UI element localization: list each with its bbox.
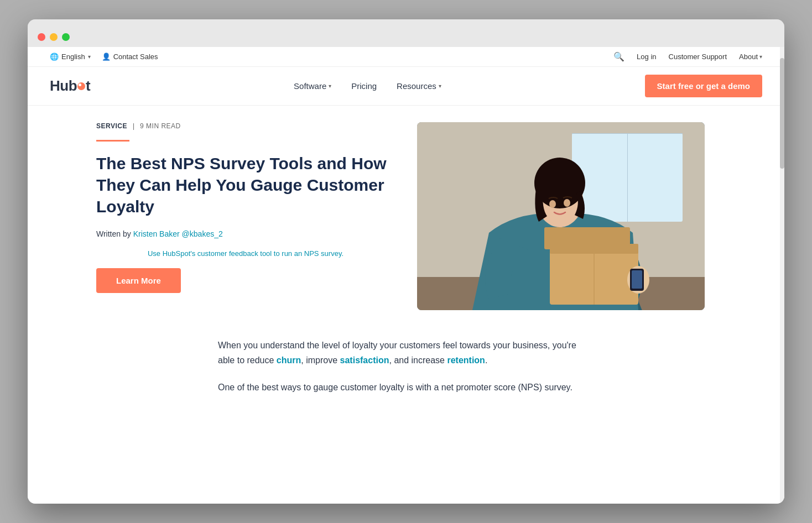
maximize-button[interactable] (62, 33, 70, 41)
page-content: SERVICE | 9 MIN READ The Best NPS Survey… (28, 106, 784, 499)
hero-svg (417, 122, 705, 310)
close-button[interactable] (38, 33, 45, 41)
scrollbar-thumb[interactable] (780, 58, 784, 169)
browser-chrome (28, 19, 784, 47)
login-link[interactable]: Log in (637, 53, 656, 61)
software-nav-item[interactable]: Software ▾ (286, 77, 339, 95)
author-name[interactable]: Kristen Baker (133, 229, 180, 238)
customer-support-link[interactable]: Customer Support (669, 53, 727, 61)
svg-point-19 (549, 200, 556, 208)
article-image (417, 122, 705, 310)
svg-rect-16 (632, 270, 642, 289)
pricing-nav-item[interactable]: Pricing (343, 77, 384, 95)
logo-hub-text: Hub (50, 77, 77, 95)
article-category: SERVICE (96, 122, 127, 130)
scrollbar[interactable] (780, 47, 784, 504)
search-icon[interactable]: 🔍 (613, 51, 624, 62)
svg-rect-8 (627, 133, 628, 222)
author-prefix: Written by (96, 229, 131, 238)
article-left: SERVICE | 9 MIN READ The Best NPS Survey… (96, 122, 395, 293)
logo-spot-text: t (86, 77, 90, 95)
minimize-button[interactable] (50, 33, 58, 41)
contact-sales-link[interactable]: 👤 Contact Sales (102, 53, 158, 61)
article-cta-text: Use HubSpot's customer feedback tool to … (96, 248, 395, 259)
article-hero-image (417, 122, 705, 310)
article-body: When you understand the level of loyalty… (196, 327, 616, 430)
globe-icon: 🌐 (50, 53, 59, 61)
contact-sales-label: Contact Sales (113, 53, 158, 61)
nav-links: Software ▾ Pricing Resources ▾ (286, 77, 449, 95)
main-nav: Hubt Software ▾ Pricing Resources ▾ Star… (28, 67, 784, 106)
learn-more-button[interactable]: Learn More (96, 268, 181, 293)
software-label: Software (294, 81, 326, 91)
about-link[interactable]: About ▾ (739, 53, 762, 61)
utility-right: 🔍 Log in Customer Support About ▾ (613, 51, 762, 62)
logo-area: Hubt (50, 77, 90, 95)
tag-divider: | (133, 122, 134, 130)
retention-link[interactable]: retention (447, 355, 485, 365)
person-icon: 👤 (102, 53, 111, 61)
resources-nav-item[interactable]: Resources ▾ (389, 77, 449, 95)
satisfaction-link[interactable]: satisfaction (340, 355, 389, 365)
start-free-button[interactable]: Start free or get a demo (645, 75, 762, 97)
svg-rect-13 (544, 227, 630, 249)
article-title: The Best NPS Survey Tools and How They C… (96, 153, 395, 217)
body-text-mid: , improve (301, 355, 340, 365)
software-chevron: ▾ (329, 83, 331, 89)
about-label: About (739, 53, 758, 61)
utility-bar: 🌐 English ▾ 👤 Contact Sales 🔍 Log in Cus… (28, 47, 784, 67)
article-author: Written by Kristen Baker @kbakes_2 (96, 229, 395, 238)
body-text-end: , and increase (389, 355, 447, 365)
svg-point-20 (564, 199, 570, 207)
utility-left: 🌐 English ▾ 👤 Contact Sales (50, 53, 158, 61)
resources-label: Resources (397, 81, 436, 91)
article-tag: SERVICE | 9 MIN READ (96, 122, 395, 130)
resources-chevron: ▾ (439, 83, 441, 89)
hubspot-logo[interactable]: Hubt (50, 77, 90, 95)
pricing-label: Pricing (351, 81, 377, 91)
browser-content: 🌐 English ▾ 👤 Contact Sales 🔍 Log in Cus… (28, 47, 784, 504)
browser-window: 🌐 English ▾ 👤 Contact Sales 🔍 Log in Cus… (28, 19, 784, 504)
about-chevron: ▾ (759, 54, 762, 60)
logo-dot (77, 82, 85, 90)
body-text-final: . (485, 355, 487, 365)
red-underline (96, 140, 129, 142)
language-label: English (61, 53, 85, 61)
language-selector[interactable]: 🌐 English ▾ (50, 53, 91, 61)
language-chevron: ▾ (88, 54, 91, 60)
article-hero: SERVICE | 9 MIN READ The Best NPS Survey… (74, 106, 738, 327)
body-paragraph-2: One of the best ways to gauge customer l… (218, 380, 594, 395)
churn-link[interactable]: churn (277, 355, 301, 365)
read-time: 9 MIN READ (140, 122, 181, 130)
author-handle[interactable]: @kbakes_2 (182, 229, 223, 238)
body-paragraph-1: When you understand the level of loyalty… (218, 338, 594, 368)
